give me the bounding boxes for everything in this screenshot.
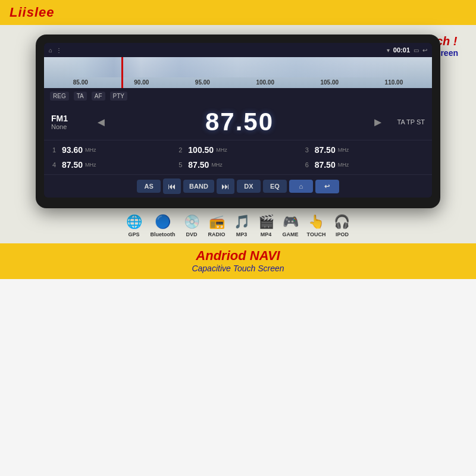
pty-button[interactable]: PTY <box>110 92 127 101</box>
wave-bg <box>44 57 432 77</box>
bluetooth-icon: 🔵 <box>155 214 171 230</box>
preset-4-num: 4 <box>52 161 60 168</box>
home-icon[interactable]: ⌂ <box>49 47 52 54</box>
status-time: 00:01 <box>393 46 410 54</box>
dvd-icon: 💿 <box>184 214 200 230</box>
ta-button[interactable]: TA <box>74 92 87 101</box>
spectrum-bar: 85.00 90.00 95.00 100.00 105.00 110.00 <box>44 57 432 88</box>
dx-button[interactable]: DX <box>237 180 261 193</box>
preset-4[interactable]: 4 87.50 MHz <box>49 158 174 172</box>
brand-logo: Liislee <box>10 5 54 20</box>
as-button[interactable]: AS <box>137 180 161 193</box>
preset-2-num: 2 <box>178 146 186 154</box>
status-right: ▾ 00:01 ▭ ↩ <box>387 46 427 54</box>
preset-5[interactable]: 5 87.50 MHz <box>175 158 300 172</box>
ipod-icon: 🎧 <box>334 214 350 230</box>
radio-icon: 📻 <box>209 214 225 230</box>
game-icon: 🎮 <box>283 214 299 230</box>
feature-radio: 📻 RADIO <box>208 214 226 237</box>
feature-dvd: 💿 DVD <box>184 214 200 237</box>
preset-4-freq: 87.50 <box>62 160 83 170</box>
car-unit: ⌂ ⋮ ▾ 00:01 ▭ ↩ 85.00 90.00 <box>36 35 440 208</box>
feature-bluetooth: 🔵 Bluetooth <box>151 214 176 237</box>
preset-3-unit: MHz <box>338 147 349 153</box>
bottom-banner: Andriod NAVI Capacitive Touch Screen <box>0 243 476 279</box>
preset-5-num: 5 <box>178 161 186 168</box>
eq-button[interactable]: EQ <box>263 180 287 193</box>
prev-button[interactable]: ⏮ <box>163 178 181 194</box>
freq-90: 90.00 <box>134 79 149 86</box>
back-button[interactable]: ↩ <box>315 180 339 193</box>
preset-6-num: 6 <box>305 161 312 168</box>
presets-grid: 1 93.60 MHz 2 100.50 MHz 3 87.50 MHz 4 8… <box>44 140 432 174</box>
radio-main: FM1 None ◄ 87.50 ► TA TP ST <box>44 104 432 140</box>
feature-ipod: 🎧 IPOD <box>334 214 350 237</box>
freq-110: 110.00 <box>385 79 403 86</box>
freq-nav-right[interactable]: ► <box>369 115 386 129</box>
radio-label: RADIO <box>208 231 226 237</box>
preset-1-freq: 93.60 <box>62 145 83 155</box>
freq-95: 95.00 <box>195 79 210 86</box>
mp4-icon: 🎬 <box>258 214 274 230</box>
status-left: ⌂ ⋮ <box>49 47 62 54</box>
freq-nav-left[interactable]: ◄ <box>93 115 109 129</box>
preset-5-freq: 87.50 <box>188 160 209 170</box>
mp4-label: MP4 <box>261 231 272 237</box>
top-banner: Liislee <box>0 0 476 25</box>
preset-3-num: 3 <box>305 146 312 154</box>
next-button[interactable]: ⏭ <box>217 178 234 194</box>
fm-band-label: FM1 <box>51 114 87 123</box>
feature-touch: 👆 TOUCH <box>307 214 326 237</box>
preset-1[interactable]: 1 93.60 MHz <box>49 143 174 157</box>
screen: ⌂ ⋮ ▾ 00:01 ▭ ↩ 85.00 90.00 <box>44 43 432 198</box>
touch-icon: 👆 <box>308 214 324 230</box>
home-button[interactable]: ⌂ <box>289 180 313 193</box>
fm-sub-label: None <box>51 123 87 130</box>
freq-105: 105.00 <box>321 79 339 86</box>
action-buttons: AS ⏮ BAND ⏭ DX EQ ⌂ ↩ <box>44 174 432 198</box>
back-icon[interactable]: ↩ <box>422 47 427 54</box>
freq-85: 85.00 <box>73 79 88 86</box>
ipod-label: IPOD <box>336 231 349 237</box>
preset-6-freq: 87.50 <box>315 160 336 170</box>
preset-1-unit: MHz <box>85 147 96 153</box>
preset-4-unit: MHz <box>85 162 96 168</box>
game-label: GAME <box>283 231 299 237</box>
preset-6[interactable]: 6 87.50 MHz <box>302 158 427 172</box>
band-button[interactable]: BAND <box>183 180 214 193</box>
freq-main-display: 87.50 <box>115 108 364 136</box>
gps-label: GPS <box>129 231 140 237</box>
feature-mp4: 🎬 MP4 <box>258 214 274 237</box>
battery-icon: ▭ <box>414 47 419 54</box>
wifi-icon: ▾ <box>387 47 390 54</box>
preset-3-freq: 87.50 <box>315 145 336 155</box>
preset-1-num: 1 <box>52 146 60 154</box>
menu-icon[interactable]: ⋮ <box>56 47 62 54</box>
feature-gps: 🌐 GPS <box>126 214 142 237</box>
preset-2[interactable]: 2 100.50 MHz <box>175 143 300 157</box>
bluetooth-label: Bluetooth <box>151 231 176 237</box>
preset-2-unit: MHz <box>216 147 227 153</box>
features-row: 🌐 GPS 🔵 Bluetooth 💿 DVD 📻 RADIO 🎵 MP3 🎬 … <box>126 208 350 243</box>
main-content: 7 inch ! Big Screen ⌂ ⋮ ▾ 00:01 ▭ ↩ <box>0 25 476 243</box>
radio-controls: REG TA AF PTY <box>44 88 432 104</box>
preset-3[interactable]: 3 87.50 MHz <box>302 143 427 157</box>
ta-tp-st-label: TA TP ST <box>392 118 425 126</box>
feature-mp3: 🎵 MP3 <box>234 214 250 237</box>
status-bar: ⌂ ⋮ ▾ 00:01 ▭ ↩ <box>44 43 432 57</box>
freq-labels: 85.00 90.00 95.00 100.00 105.00 110.00 <box>44 79 432 86</box>
fm-label-area: FM1 None <box>51 114 87 130</box>
af-button[interactable]: AF <box>92 92 105 101</box>
preset-6-unit: MHz <box>338 162 349 168</box>
mp3-label: MP3 <box>236 231 248 237</box>
product-name: Andriod NAVI <box>0 248 476 264</box>
reg-button[interactable]: REG <box>50 92 69 101</box>
touch-label: TOUCH <box>307 231 326 237</box>
freq-100: 100.00 <box>256 79 274 86</box>
mp3-icon: 🎵 <box>234 214 250 230</box>
gps-icon: 🌐 <box>126 214 142 230</box>
preset-5-unit: MHz <box>211 162 223 168</box>
product-sub: Capacitive Touch Screen <box>0 264 476 273</box>
preset-2-freq: 100.50 <box>188 145 214 155</box>
brand-name: Liislee <box>10 5 54 20</box>
